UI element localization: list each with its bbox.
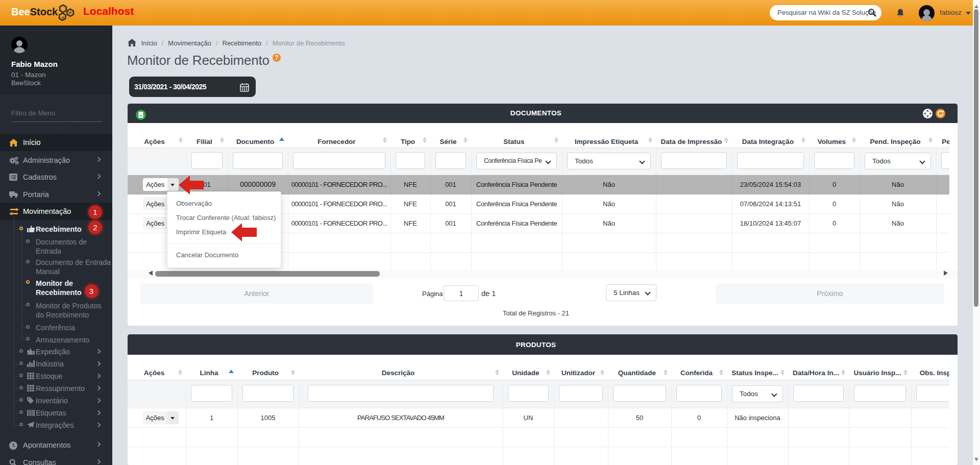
svg-text:x: x <box>140 113 142 118</box>
